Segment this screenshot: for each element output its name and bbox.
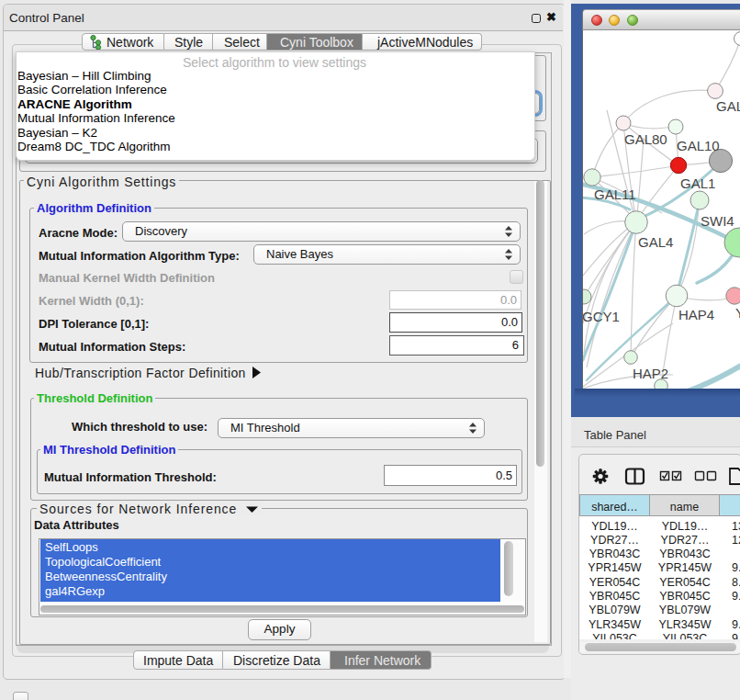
svg-text:GAL1: GAL1 xyxy=(680,175,715,191)
svg-text:GAL7: GAL7 xyxy=(716,98,740,114)
svg-text:GAL4: GAL4 xyxy=(638,234,673,250)
svg-text:GCY1: GCY1 xyxy=(582,309,620,324)
svg-text:HAP2: HAP2 xyxy=(633,366,668,381)
svg-text:HAP4: HAP4 xyxy=(678,307,714,322)
svg-text:GAL80: GAL80 xyxy=(624,131,667,147)
svg-text:SWI4: SWI4 xyxy=(701,213,734,229)
svg-text:GAL11: GAL11 xyxy=(594,186,636,202)
svg-text:GAL10: GAL10 xyxy=(677,138,720,153)
svg-text:Y: Y xyxy=(735,305,740,321)
